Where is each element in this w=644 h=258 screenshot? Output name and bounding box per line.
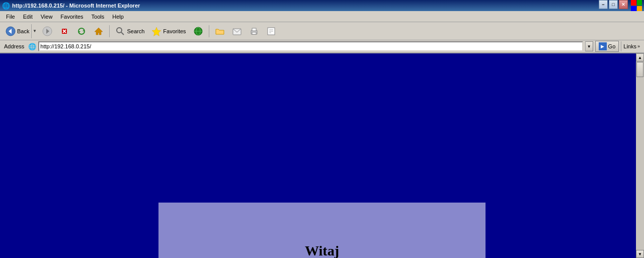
window-controls: − □ ✕	[599, 0, 642, 11]
stop-icon	[59, 26, 69, 36]
scroll-track[interactable]	[636, 61, 644, 250]
menu-tools[interactable]: Tools	[88, 13, 109, 21]
back-dropdown-arrow[interactable]: ▼	[31, 24, 37, 38]
print-icon	[249, 26, 259, 36]
address-input[interactable]	[40, 43, 581, 49]
separator-1	[109, 25, 110, 37]
address-input-box[interactable]	[38, 41, 583, 51]
title-bar: 🌐 http://192.168.0.215/ - Microsoft Inte…	[0, 0, 644, 11]
links-label: Links »	[621, 41, 642, 51]
ie-icon: 🌐	[2, 2, 10, 10]
scrollbar-right: ▲ ▼	[636, 53, 644, 258]
witaj-heading: Witaj	[305, 243, 339, 258]
menu-favorites[interactable]: Favorites	[56, 13, 87, 21]
svg-marker-12	[152, 27, 161, 36]
edit-button[interactable]	[264, 24, 279, 39]
close-button[interactable]: ✕	[619, 0, 628, 9]
address-label: Address	[2, 43, 26, 49]
print-button[interactable]	[247, 24, 262, 39]
favorites-icon	[151, 26, 162, 36]
search-icon	[115, 26, 125, 36]
title-bar-left: 🌐 http://192.168.0.215/ - Microsoft Inte…	[2, 2, 140, 10]
forward-icon	[42, 26, 52, 36]
svg-rect-18	[252, 28, 256, 31]
svg-line-11	[121, 32, 124, 35]
refresh-button[interactable]	[74, 24, 89, 39]
go-label: Go	[608, 43, 616, 49]
search-button[interactable]: Search	[113, 24, 147, 39]
home-icon	[94, 26, 104, 36]
scroll-up-button[interactable]: ▲	[636, 53, 644, 61]
menu-view[interactable]: View	[37, 13, 57, 21]
forward-button[interactable]	[40, 24, 55, 39]
address-bar: Address 🌐 ▼ ▶ Go Links »	[0, 40, 644, 53]
window-title: http://192.168.0.215/ - Microsoft Intern…	[12, 3, 140, 9]
windows-logo	[631, 0, 642, 11]
favorites-button[interactable]: Favorites	[149, 24, 188, 39]
maximize-button[interactable]: □	[609, 0, 618, 9]
toolbar: Back ▼	[0, 22, 644, 40]
stop-button[interactable]	[57, 24, 72, 39]
back-label: Back	[17, 28, 29, 34]
svg-point-10	[117, 28, 122, 33]
page-icon: 🌐	[28, 42, 36, 50]
minimize-button[interactable]: −	[599, 0, 608, 9]
svg-rect-19	[252, 32, 256, 34]
menu-help[interactable]: Help	[108, 13, 128, 21]
media-icon	[193, 26, 203, 36]
folder-icon	[215, 26, 225, 36]
go-button[interactable]: ▶ Go	[595, 41, 619, 52]
history-button[interactable]	[212, 24, 227, 39]
scroll-down-button[interactable]: ▼	[636, 250, 644, 258]
back-button[interactable]: Back	[4, 24, 31, 38]
svg-marker-9	[95, 28, 103, 35]
separator-2	[209, 25, 209, 37]
mail-icon	[232, 26, 242, 36]
scroll-thumb[interactable]	[636, 62, 643, 77]
home-button[interactable]	[91, 24, 106, 39]
menu-bar: File Edit View Favorites Tools Help	[0, 11, 644, 22]
search-label: Search	[127, 28, 144, 34]
menu-file[interactable]: File	[2, 13, 19, 21]
favorites-label: Favorites	[163, 28, 186, 34]
mail-button[interactable]	[229, 24, 245, 39]
links-expand-icon[interactable]: »	[637, 44, 640, 49]
address-dropdown-arrow[interactable]: ▼	[585, 41, 593, 51]
menu-edit[interactable]: Edit	[19, 13, 37, 21]
web-content: Witaj ▲ ▼	[0, 53, 644, 258]
go-arrow-icon: ▶	[599, 42, 607, 50]
edit-icon	[266, 26, 276, 36]
back-btn-group[interactable]: Back ▼	[3, 24, 38, 39]
refresh-icon	[76, 26, 87, 36]
content-box: Witaj	[158, 203, 486, 258]
media-button[interactable]	[191, 24, 206, 39]
back-icon	[6, 26, 16, 36]
